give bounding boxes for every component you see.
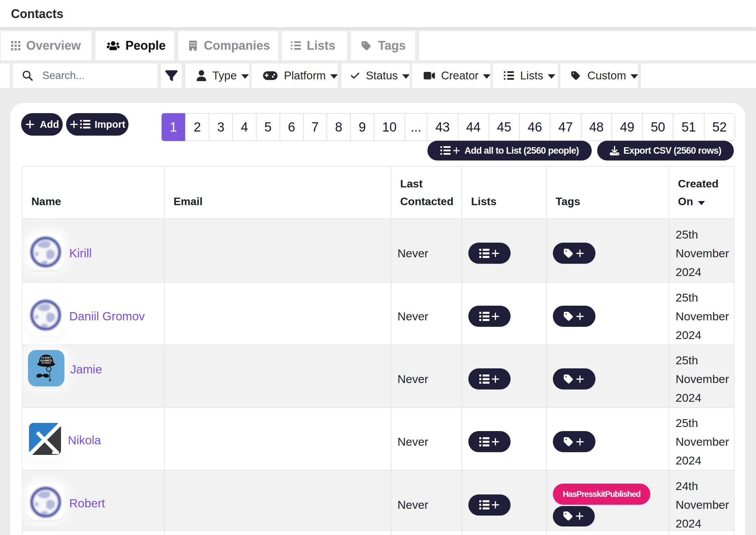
svg-text:STUDIOS: STUDIOS xyxy=(42,362,51,364)
